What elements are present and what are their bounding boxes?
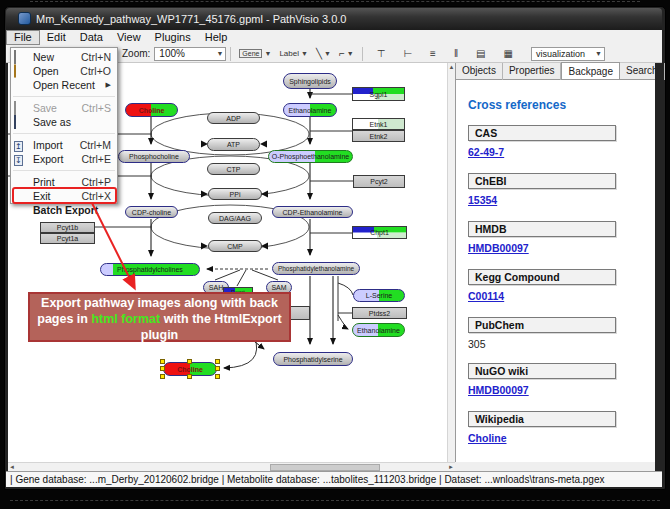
node-ethanolamine-bottom[interactable]: Ethanolamine (352, 323, 405, 337)
menu-item-import[interactable]: ↥ Import Ctrl+M (11, 138, 117, 152)
align-left-icon: ⊢ (403, 48, 412, 59)
node-cdp-choline[interactable]: CDP-choline (125, 206, 178, 218)
visualization-combobox[interactable]: visualization ▼ (531, 47, 605, 61)
chevron-down-icon: ▼ (324, 50, 331, 57)
backpage-content: Cross references CAS 62-49-7 ChEBI 15354… (456, 80, 648, 462)
menu-separator (13, 166, 115, 171)
selection-handle[interactable] (187, 359, 192, 364)
node-sgpl1[interactable]: Sgpl1 (352, 87, 405, 101)
node-ptdss2[interactable]: Ptdss2 (352, 307, 407, 319)
xref-link-kegg[interactable]: C00114 (468, 290, 504, 302)
status-bar: | Gene database: ...m_Derby_20120602.bri… (6, 471, 662, 487)
xref-header-cas: CAS (468, 125, 616, 141)
datanode-tool-button[interactable]: Gene ▼ (235, 46, 275, 62)
tab-legend[interactable]: Legend (665, 63, 670, 80)
common-height-button[interactable]: ▦ (500, 46, 517, 62)
chevron-down-icon: ▼ (264, 50, 271, 57)
node-adp[interactable]: ADP (207, 112, 260, 124)
scrollbar-thumb[interactable] (270, 464, 380, 471)
xref-link-wikipedia[interactable]: Choline (468, 432, 507, 444)
node-cmp[interactable]: CMP (208, 240, 262, 252)
side-panel-tabs: Objects Properties Backpage Search Legen… (456, 63, 655, 80)
menu-file[interactable]: File (6, 30, 40, 45)
connector-tool-button[interactable]: ⌐ ▼ (335, 46, 358, 62)
selection-handle[interactable] (215, 374, 220, 379)
chevron-down-icon: ▼ (591, 50, 602, 57)
screenshot-artifact-top (30, 1, 640, 2)
node-phosphatidylethanolamine[interactable]: Phosphatidylethanolamine (272, 262, 360, 275)
node-atp[interactable]: ATP (207, 138, 260, 151)
menu-view[interactable]: View (110, 30, 148, 45)
xref-header-hmdb: HMDB (468, 221, 616, 237)
xref-link-nugo[interactable]: HMDB00097 (468, 384, 529, 396)
node-etnk1[interactable]: Etnk1 (352, 118, 405, 130)
selection-handle[interactable] (160, 374, 165, 379)
menu-item-batch-export[interactable]: Batch Export (11, 203, 117, 217)
tab-objects[interactable]: Objects (456, 63, 503, 80)
xref-header-nugo: NuGO wiki (468, 363, 616, 379)
node-pcyt1a[interactable]: Pcyt1a (40, 233, 95, 244)
canvas-vertical-scrollbar[interactable]: ▲ (447, 63, 455, 462)
menu-item-open[interactable]: Open Ctrl+O (11, 64, 117, 78)
tab-search[interactable]: Search (620, 63, 665, 80)
selection-handle[interactable] (215, 366, 220, 371)
selection-handle[interactable] (160, 359, 165, 364)
menu-plugins[interactable]: Plugins (148, 30, 198, 45)
node-etnk2[interactable]: Etnk2 (352, 130, 405, 142)
menu-item-new[interactable]: New Ctrl+N (11, 50, 117, 64)
xref-link-hmdb[interactable]: HMDB00097 (468, 242, 529, 254)
align-top-button[interactable]: ⊤ (373, 46, 390, 62)
xref-link-cas[interactable]: 62-49-7 (468, 146, 504, 158)
stack-vertical-button[interactable]: ≡ (426, 46, 440, 62)
node-pcyt1b[interactable]: Pcyt1b (40, 222, 95, 233)
zoom-combobox[interactable]: 100% ▼ (154, 47, 226, 61)
line-tool-button[interactable]: ╲ ▼ (312, 46, 335, 62)
selection-handle[interactable] (187, 374, 192, 379)
node-phosphocholine[interactable]: Phosphocholine (118, 150, 190, 163)
import-icon: ↥ (14, 139, 30, 151)
node-ctp[interactable]: CTP (207, 163, 260, 175)
canvas-horizontal-scrollbar[interactable]: ◄ ► (8, 462, 455, 471)
node-cdp-ethanolamine[interactable]: CDP-Ethanolamine (272, 206, 353, 218)
status-text: | Gene database: ...m_Derby_20120602.bri… (10, 474, 604, 485)
align-left-button[interactable]: ⊢ (399, 46, 416, 62)
menu-edit[interactable]: Edit (40, 30, 73, 45)
node-ppi[interactable]: PPi (208, 188, 262, 200)
node-chpt1[interactable]: Chpt1 (352, 226, 407, 239)
toolbar-separator (230, 47, 231, 61)
xref-link-chebi[interactable]: 15354 (468, 194, 497, 206)
save-disk-icon (14, 102, 30, 114)
node-anchor-box[interactable] (290, 306, 310, 320)
node-phosphatidylcholines[interactable]: Phosphatidylcholines (100, 263, 200, 276)
file-menu: New Ctrl+N Open Ctrl+O Open Recent ▶ Sav… (10, 47, 118, 204)
menu-item-open-recent[interactable]: Open Recent ▶ (11, 78, 117, 92)
screenshot-artifact-bottom (10, 500, 660, 501)
node-phosphatidylserine[interactable]: Phosphatidylserine (273, 352, 353, 366)
node-choline-top[interactable]: Choline (125, 103, 178, 117)
stack-horizontal-button[interactable]: ‖ (450, 46, 462, 62)
menu-item-export[interactable]: ↧ Export Ctrl+E (11, 152, 117, 166)
new-file-icon (14, 51, 30, 63)
tab-properties[interactable]: Properties (503, 63, 562, 80)
window-title: Mm_Kennedy_pathway_WP1771_45176.gpml - P… (36, 8, 346, 30)
open-folder-icon (14, 65, 30, 77)
xref-header-wikipedia: Wikipedia (468, 411, 616, 427)
node-o-phosphoethanolamine[interactable]: O-Phosphoethanolamine (268, 150, 353, 163)
menu-item-save-as[interactable]: Save as (11, 115, 117, 129)
zoom-label: Zoom: (122, 48, 150, 59)
common-width-button[interactable]: ▤ (472, 46, 489, 62)
tab-backpage[interactable]: Backpage (561, 62, 619, 79)
menu-separator (13, 129, 115, 134)
selection-handle[interactable] (160, 366, 165, 371)
menu-help[interactable]: Help (198, 30, 235, 45)
node-sphingolipids[interactable]: Sphingolipids (283, 73, 337, 89)
stack-horizontal-icon: ‖ (454, 48, 458, 59)
menu-data[interactable]: Data (73, 30, 110, 45)
selection-handle[interactable] (215, 359, 220, 364)
node-l-serine[interactable]: L-Serine (353, 289, 405, 302)
node-dag[interactable]: DAG/AAG (208, 212, 262, 224)
node-pcyt2[interactable]: Pcyt2 (353, 175, 405, 188)
label-tool-button[interactable]: Label ▼ (275, 46, 312, 62)
node-ethanolamine-top[interactable]: Ethanolamine (283, 103, 337, 117)
annotation-highlight: html format (91, 312, 160, 326)
